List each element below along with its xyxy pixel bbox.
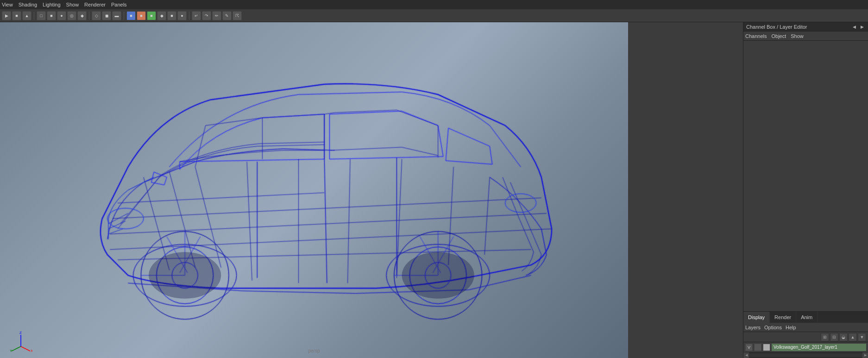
tab-render[interactable]: Render	[770, 312, 796, 323]
svg-text:Y: Y	[10, 349, 13, 353]
svg-line-14	[396, 159, 402, 278]
toolbar-btn-21[interactable]: ✎	[222, 11, 232, 20]
tab-display[interactable]: Display	[743, 312, 770, 323]
toolbar-btn-18[interactable]: ↵	[192, 11, 201, 20]
viewport-3d[interactable]: X Y Z persp	[0, 22, 628, 358]
layer-editor: Display Render Anim Layers Options Help …	[743, 311, 868, 358]
toolbar-sep-1	[34, 12, 34, 20]
toolbar-btn-22[interactable]: ☈	[233, 11, 242, 20]
menu-lighting[interactable]: Lighting	[43, 2, 61, 7]
layer-menu-help[interactable]: Help	[786, 325, 796, 330]
toolbar-btn-6[interactable]: ●	[57, 11, 66, 20]
toolbar-btn-20[interactable]: ✏	[212, 11, 221, 20]
right-panel-minimize-btn[interactable]: ◀	[851, 24, 857, 30]
layer-scroll-right[interactable]: ▶	[862, 352, 868, 358]
tab-anim[interactable]: Anim	[796, 312, 818, 323]
svg-line-15	[448, 167, 453, 265]
layer-scroll-left[interactable]: ◀	[743, 352, 749, 358]
toolbar-btn-8[interactable]: ◆	[77, 11, 87, 20]
toolbar-btn-7[interactable]: ◎	[67, 11, 76, 20]
main-content: X Y Z persp Outliner _ □ ✕ Display Show …	[0, 22, 868, 358]
menu-show[interactable]: Show	[66, 2, 79, 7]
viewport-label: persp	[308, 348, 320, 353]
toolbar-btn-16[interactable]: ■	[167, 11, 176, 20]
svg-point-39	[402, 252, 474, 298]
layer-row-1: V Volkswagen_Golf_2017_layer1	[743, 342, 868, 352]
right-menu-show[interactable]: Show	[791, 33, 804, 39]
right-panel-title-text: Channel Box / Layer Editor	[746, 24, 807, 30]
right-panel-title: Channel Box / Layer Editor ◀ ▶	[743, 22, 868, 31]
menu-shading[interactable]: Shading	[19, 2, 37, 7]
axis-indicator: X Y Z	[9, 330, 28, 349]
right-panel-expand-btn[interactable]: ▶	[859, 24, 865, 30]
layer-lock-btn[interactable]	[754, 344, 761, 351]
right-panel-title-btns: ◀ ▶	[851, 24, 865, 30]
toolbar-btn-10[interactable]: ◼	[102, 11, 111, 20]
layer-toolbar-btn-4[interactable]: ▲	[849, 333, 857, 341]
menu-renderer[interactable]: Renderer	[84, 2, 106, 7]
layer-bottom-scrollbar[interactable]: ◀ ▶	[743, 352, 868, 358]
toolbar-sep-2	[89, 12, 89, 20]
svg-line-41	[12, 346, 21, 351]
right-menu-channels[interactable]: Channels	[745, 33, 767, 39]
layer-name[interactable]: Volkswagen_Golf_2017_layer1	[772, 344, 866, 351]
svg-line-18	[110, 214, 547, 234]
svg-text:Z: Z	[19, 331, 22, 335]
toolbar-btn-5[interactable]: ■	[47, 11, 56, 20]
layer-editor-tabs: Display Render Anim	[743, 312, 868, 323]
toolbar-btn-2[interactable]: ■	[12, 11, 21, 20]
toolbar-btn-13[interactable]: ■	[137, 11, 146, 20]
svg-point-38	[149, 252, 221, 298]
menu-panels[interactable]: Panels	[111, 2, 127, 7]
toolbar-btn-19[interactable]: ↷	[202, 11, 211, 20]
layer-editor-menubar: Layers Options Help	[743, 323, 868, 332]
layer-toolbar-btn-2[interactable]: ⊟	[830, 333, 838, 341]
layer-toolbar-btn-1[interactable]: ⊞	[821, 333, 829, 341]
svg-line-11	[247, 162, 252, 281]
main-toolbar: ▶ ■ ▲ □ ■ ● ◎ ◆ ◇ ◼ ▬ ■ ■ ■ ◆ ■ ● ↵ ↷ ✏ …	[0, 9, 868, 22]
layer-vis-btn[interactable]: V	[745, 344, 753, 351]
toolbar-btn-12[interactable]: ■	[126, 11, 136, 20]
svg-line-17	[113, 198, 541, 219]
menu-view[interactable]: View	[2, 2, 13, 7]
layer-toolbar-btn-5[interactable]: ▼	[858, 333, 866, 341]
layer-toolbar-btn-3[interactable]: ◒	[839, 333, 848, 341]
right-panel: Channel Box / Layer Editor ◀ ▶ Channels …	[743, 22, 868, 358]
svg-line-13	[348, 159, 351, 283]
layer-editor-toolbar: ⊞ ⊟ ◒ ▲ ▼	[743, 332, 868, 342]
toolbar-btn-11[interactable]: ▬	[112, 11, 121, 20]
layer-scrollbar-track[interactable]	[749, 353, 862, 357]
svg-line-40	[21, 346, 30, 351]
right-menu-object[interactable]: Object	[771, 33, 786, 39]
toolbar-btn-3[interactable]: ▲	[22, 11, 31, 20]
svg-line-16	[484, 177, 490, 255]
toolbar-btn-14[interactable]: ■	[147, 11, 156, 20]
right-menubar: Channels Object Show	[743, 31, 868, 41]
top-menubar: View Shading Lighting Show Renderer Pane…	[0, 0, 868, 9]
channel-box-upper	[743, 41, 868, 311]
svg-line-27	[108, 214, 128, 224]
layer-menu-options[interactable]: Options	[764, 325, 782, 330]
toolbar-sep-4	[189, 12, 189, 20]
svg-line-21	[118, 193, 324, 203]
toolbar-btn-15[interactable]: ◆	[157, 11, 166, 20]
toolbar-btn-9[interactable]: ◇	[92, 11, 101, 20]
toolbar-sep-3	[124, 12, 124, 20]
svg-text:X: X	[31, 349, 32, 353]
layer-menu-layers[interactable]: Layers	[745, 325, 761, 330]
toolbar-btn-4[interactable]: □	[37, 11, 46, 20]
toolbar-btn-1[interactable]: ▶	[2, 11, 11, 20]
layer-type-btn[interactable]	[763, 344, 770, 351]
svg-line-23	[324, 159, 327, 283]
svg-line-10	[195, 167, 221, 268]
toolbar-btn-17[interactable]: ●	[177, 11, 187, 20]
svg-line-29	[108, 229, 123, 234]
car-wireframe-svg	[0, 22, 628, 358]
